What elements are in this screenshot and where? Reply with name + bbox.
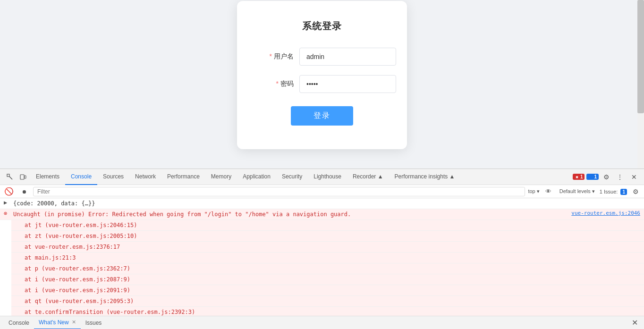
settings-button[interactable]: ⚙ <box>601 171 612 183</box>
expand-arrow-icon[interactable]: ▶ <box>4 199 11 206</box>
stack-trace-line-4: at main.js:21:3 <box>11 253 644 263</box>
password-row: *密码 <box>265 75 379 93</box>
more-options-button[interactable]: ⋮ <box>614 171 626 183</box>
svg-rect-2 <box>20 175 24 179</box>
svg-text:✖: ✖ <box>576 176 578 179</box>
username-label: *用户名 <box>265 52 294 61</box>
console-filter-row: 🚫 ⏺ top ▾ 👁 Default levels ▾ 1 Issue: 1 … <box>0 185 644 198</box>
username-row: *用户名 <box>265 48 379 66</box>
devtools-tabs: Elements Console Sources Network Perform… <box>30 169 572 185</box>
login-btn-row: 登录 <box>265 106 379 126</box>
message-badge: 1 <box>586 174 599 180</box>
stack-trace-line-8: at qt (vue-router.esm.js:2095:3) <box>11 296 644 307</box>
console-filter-input[interactable] <box>33 187 525 196</box>
stack-trace-line-5: at p (vue-router.esm.js:2362:7) <box>11 263 644 274</box>
bottom-tab-whats-new[interactable]: What's New ✕ <box>34 316 81 329</box>
stack-trace-line-1: at jt (vue-router.esm.js:2046:15) <box>11 220 644 231</box>
error-source-link[interactable]: vue-router.esm.js:2046 <box>568 210 640 216</box>
devtools-right-actions: ✖1 1 ⚙ ⋮ ✕ <box>573 171 640 183</box>
svg-rect-3 <box>25 176 26 178</box>
console-content[interactable]: ▶ {code: 20000, data: {…}} ⊗ Uncaught (i… <box>0 198 644 316</box>
tab-memory[interactable]: Memory <box>205 169 237 185</box>
bottom-close-button[interactable]: ✕ <box>629 317 640 329</box>
close-devtools-button[interactable]: ✕ <box>628 171 640 183</box>
tab-application[interactable]: Application <box>237 169 276 185</box>
clear-console-button[interactable]: 🚫 <box>3 186 15 198</box>
browser-scrollbar[interactable] <box>637 0 644 169</box>
browser-page: 系统登录 *用户名 *密码 登录 <box>0 0 644 169</box>
tab-network[interactable]: Network <box>129 169 161 185</box>
stop-recording-button[interactable]: ⏺ <box>18 186 30 198</box>
default-levels-button[interactable]: Default levels ▾ <box>558 188 597 194</box>
stack-trace-line-3: at vue-router.esm.js:2376:17 <box>11 242 644 253</box>
login-title: 系统登录 <box>265 20 379 33</box>
console-error-main: ⊗ Uncaught (in promise) Error: Redirecte… <box>0 209 644 220</box>
stack-trace-line-9: at te.confirmTransition (vue-router.esm.… <box>11 307 644 316</box>
error-circle-icon: ⊗ <box>4 210 11 217</box>
devtools-toolbar: Elements Console Sources Network Perform… <box>0 169 644 185</box>
bottom-tab-issues[interactable]: Issues <box>81 316 107 329</box>
login-button[interactable]: 登录 <box>291 106 353 126</box>
bottom-tab-right: ✕ <box>629 317 640 329</box>
devtools-panel: Elements Console Sources Network Perform… <box>0 169 644 329</box>
tab-performance[interactable]: Performance <box>161 169 205 185</box>
tab-console[interactable]: Console <box>65 169 97 185</box>
bottom-tabbar: Console What's New ✕ Issues ✕ <box>0 316 644 329</box>
eye-button[interactable]: 👁 <box>542 186 555 198</box>
tab-elements[interactable]: Elements <box>30 169 65 185</box>
whats-new-close-icon[interactable]: ✕ <box>72 319 76 325</box>
device-toggle-button[interactable] <box>17 171 29 183</box>
issue-badge: 1 Issue: 1 <box>600 189 627 194</box>
tab-security[interactable]: Security <box>276 169 308 185</box>
username-input[interactable] <box>299 48 396 66</box>
error-badge: ✖1 <box>573 174 585 180</box>
console-settings-button[interactable]: ⚙ <box>630 186 641 197</box>
svg-rect-6 <box>589 176 593 178</box>
password-required: * <box>276 80 279 87</box>
svg-line-1 <box>9 177 12 179</box>
scrollbar-thumb[interactable] <box>637 0 644 113</box>
console-line: ▶ {code: 20000, data: {…}} <box>0 198 644 209</box>
stack-trace-line-2: at zt (vue-router.esm.js:2005:10) <box>11 231 644 242</box>
inspect-element-button[interactable] <box>4 171 16 183</box>
password-label: *密码 <box>265 80 294 88</box>
stack-trace-line-7: at i (vue-router.esm.js:2091:9) <box>11 285 644 296</box>
context-selector[interactable]: top ▾ <box>528 188 539 194</box>
password-input[interactable] <box>299 75 396 93</box>
tab-performance-insights[interactable]: Performance insights ▲ <box>389 169 461 185</box>
svg-rect-0 <box>7 174 9 177</box>
tab-sources[interactable]: Sources <box>97 169 129 185</box>
stack-trace-line-6: at i (vue-router.esm.js:2087:9) <box>11 274 644 285</box>
tab-lighthouse[interactable]: Lighthouse <box>308 169 347 185</box>
tab-recorder[interactable]: Recorder ▲ <box>347 169 389 185</box>
username-required: * <box>270 52 272 60</box>
bottom-tab-console[interactable]: Console <box>4 316 34 329</box>
login-card: 系统登录 *用户名 *密码 登录 <box>237 1 407 149</box>
